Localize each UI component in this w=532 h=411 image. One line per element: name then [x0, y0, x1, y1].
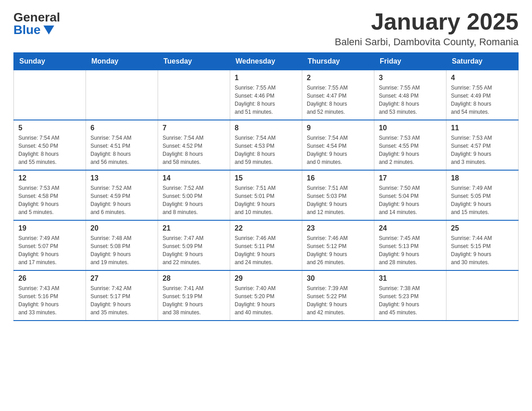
calendar-cell: 15Sunrise: 7:51 AM Sunset: 5:01 PM Dayli…: [230, 170, 302, 220]
day-info: Sunrise: 7:38 AM Sunset: 5:23 PM Dayligh…: [379, 284, 442, 317]
day-info: Sunrise: 7:52 AM Sunset: 4:59 PM Dayligh…: [90, 184, 153, 216]
day-number: 25: [451, 224, 514, 232]
day-info: Sunrise: 7:55 AM Sunset: 4:49 PM Dayligh…: [451, 84, 514, 116]
calendar-cell: [158, 70, 230, 120]
calendar-cell: 2Sunrise: 7:55 AM Sunset: 4:47 PM Daylig…: [302, 70, 374, 120]
day-number: 23: [307, 224, 369, 232]
calendar-cell: 17Sunrise: 7:50 AM Sunset: 5:04 PM Dayli…: [374, 170, 446, 220]
column-header-saturday: Saturday: [446, 53, 519, 70]
day-number: 8: [235, 124, 297, 132]
day-info: Sunrise: 7:53 AM Sunset: 4:57 PM Dayligh…: [451, 134, 514, 166]
calendar-week-row: 12Sunrise: 7:53 AM Sunset: 4:58 PM Dayli…: [14, 170, 519, 220]
calendar-cell: 6Sunrise: 7:54 AM Sunset: 4:51 PM Daylig…: [86, 120, 158, 170]
calendar-table: SundayMondayTuesdayWednesdayThursdayFrid…: [13, 52, 519, 321]
day-info: Sunrise: 7:54 AM Sunset: 4:51 PM Dayligh…: [90, 134, 153, 166]
day-info: Sunrise: 7:53 AM Sunset: 4:55 PM Dayligh…: [379, 134, 442, 166]
calendar-cell: 29Sunrise: 7:40 AM Sunset: 5:20 PM Dayli…: [230, 270, 302, 321]
day-number: 26: [18, 274, 81, 283]
calendar-cell: 11Sunrise: 7:53 AM Sunset: 4:57 PM Dayli…: [446, 120, 519, 170]
calendar-cell: 7Sunrise: 7:54 AM Sunset: 4:52 PM Daylig…: [158, 120, 230, 170]
column-header-thursday: Thursday: [302, 53, 374, 70]
calendar-cell: 13Sunrise: 7:52 AM Sunset: 4:59 PM Dayli…: [86, 170, 158, 220]
day-info: Sunrise: 7:52 AM Sunset: 5:00 PM Dayligh…: [163, 184, 225, 216]
day-number: 22: [235, 224, 297, 232]
day-info: Sunrise: 7:54 AM Sunset: 4:54 PM Dayligh…: [307, 134, 369, 166]
calendar-week-row: 26Sunrise: 7:43 AM Sunset: 5:16 PM Dayli…: [14, 270, 519, 321]
column-header-sunday: Sunday: [14, 53, 86, 70]
calendar-cell: 16Sunrise: 7:51 AM Sunset: 5:03 PM Dayli…: [302, 170, 374, 220]
calendar-cell: 20Sunrise: 7:48 AM Sunset: 5:08 PM Dayli…: [86, 220, 158, 270]
day-number: 24: [379, 224, 442, 232]
day-number: 27: [90, 274, 153, 283]
calendar-cell: 22Sunrise: 7:46 AM Sunset: 5:11 PM Dayli…: [230, 220, 302, 270]
day-info: Sunrise: 7:40 AM Sunset: 5:20 PM Dayligh…: [235, 284, 297, 317]
calendar-cell: 30Sunrise: 7:39 AM Sunset: 5:22 PM Dayli…: [302, 270, 374, 321]
column-header-wednesday: Wednesday: [230, 53, 302, 70]
day-number: 11: [451, 124, 514, 132]
calendar-cell: 21Sunrise: 7:47 AM Sunset: 5:09 PM Dayli…: [158, 220, 230, 270]
calendar-cell: 8Sunrise: 7:54 AM Sunset: 4:53 PM Daylig…: [230, 120, 302, 170]
day-info: Sunrise: 7:39 AM Sunset: 5:22 PM Dayligh…: [307, 284, 369, 317]
day-info: Sunrise: 7:53 AM Sunset: 4:58 PM Dayligh…: [18, 184, 81, 216]
day-number: 10: [379, 124, 442, 132]
calendar-cell: 10Sunrise: 7:53 AM Sunset: 4:55 PM Dayli…: [374, 120, 446, 170]
day-info: Sunrise: 7:45 AM Sunset: 5:13 PM Dayligh…: [379, 234, 442, 266]
day-info: Sunrise: 7:55 AM Sunset: 4:48 PM Dayligh…: [379, 84, 442, 116]
day-number: 29: [235, 274, 297, 283]
day-info: Sunrise: 7:51 AM Sunset: 5:03 PM Dayligh…: [307, 184, 369, 216]
month-title: January 2025: [335, 9, 519, 34]
calendar-cell: [14, 70, 86, 120]
day-info: Sunrise: 7:49 AM Sunset: 5:05 PM Dayligh…: [451, 184, 514, 216]
column-header-friday: Friday: [374, 53, 446, 70]
day-number: 28: [163, 274, 225, 283]
logo-triangle-icon: [43, 26, 54, 34]
day-number: 21: [163, 224, 225, 232]
day-info: Sunrise: 7:41 AM Sunset: 5:19 PM Dayligh…: [163, 284, 225, 317]
day-number: 30: [307, 274, 369, 283]
day-number: 15: [235, 174, 297, 182]
day-info: Sunrise: 7:49 AM Sunset: 5:07 PM Dayligh…: [18, 234, 81, 266]
day-info: Sunrise: 7:50 AM Sunset: 5:04 PM Dayligh…: [379, 184, 442, 216]
day-number: 18: [451, 174, 514, 182]
day-info: Sunrise: 7:54 AM Sunset: 4:50 PM Dayligh…: [18, 134, 81, 166]
day-info: Sunrise: 7:42 AM Sunset: 5:17 PM Dayligh…: [90, 284, 153, 317]
day-number: 3: [379, 74, 442, 82]
calendar-cell: 31Sunrise: 7:38 AM Sunset: 5:23 PM Dayli…: [374, 270, 446, 321]
day-info: Sunrise: 7:55 AM Sunset: 4:47 PM Dayligh…: [307, 84, 369, 116]
day-number: 6: [90, 124, 153, 132]
page-header: General Blue January 2025 Baleni Sarbi, …: [13, 9, 519, 48]
column-header-monday: Monday: [86, 53, 158, 70]
calendar-cell: 4Sunrise: 7:55 AM Sunset: 4:49 PM Daylig…: [446, 70, 519, 120]
day-info: Sunrise: 7:46 AM Sunset: 5:12 PM Dayligh…: [307, 234, 369, 266]
calendar-header-row: SundayMondayTuesdayWednesdayThursdayFrid…: [14, 53, 519, 70]
calendar-cell: 25Sunrise: 7:44 AM Sunset: 5:15 PM Dayli…: [446, 220, 519, 270]
calendar-week-row: 19Sunrise: 7:49 AM Sunset: 5:07 PM Dayli…: [14, 220, 519, 270]
day-info: Sunrise: 7:51 AM Sunset: 5:01 PM Dayligh…: [235, 184, 297, 216]
calendar-cell: 3Sunrise: 7:55 AM Sunset: 4:48 PM Daylig…: [374, 70, 446, 120]
calendar-cell: 28Sunrise: 7:41 AM Sunset: 5:19 PM Dayli…: [158, 270, 230, 321]
day-info: Sunrise: 7:55 AM Sunset: 4:46 PM Dayligh…: [235, 84, 297, 116]
day-number: 17: [379, 174, 442, 182]
day-info: Sunrise: 7:47 AM Sunset: 5:09 PM Dayligh…: [163, 234, 225, 266]
day-number: 13: [90, 174, 153, 182]
calendar-cell: 23Sunrise: 7:46 AM Sunset: 5:12 PM Dayli…: [302, 220, 374, 270]
day-info: Sunrise: 7:46 AM Sunset: 5:11 PM Dayligh…: [235, 234, 297, 266]
location-title: Baleni Sarbi, Dambovita County, Romania: [335, 36, 519, 48]
calendar-week-row: 5Sunrise: 7:54 AM Sunset: 4:50 PM Daylig…: [14, 120, 519, 170]
column-header-tuesday: Tuesday: [158, 53, 230, 70]
title-section: January 2025 Baleni Sarbi, Dambovita Cou…: [335, 9, 519, 48]
day-number: 14: [163, 174, 225, 182]
day-info: Sunrise: 7:44 AM Sunset: 5:15 PM Dayligh…: [451, 234, 514, 266]
calendar-cell: 9Sunrise: 7:54 AM Sunset: 4:54 PM Daylig…: [302, 120, 374, 170]
calendar-cell: 12Sunrise: 7:53 AM Sunset: 4:58 PM Dayli…: [14, 170, 86, 220]
day-number: 20: [90, 224, 153, 232]
calendar-cell: [446, 270, 519, 321]
calendar-cell: 14Sunrise: 7:52 AM Sunset: 5:00 PM Dayli…: [158, 170, 230, 220]
day-number: 5: [18, 124, 81, 132]
day-info: Sunrise: 7:54 AM Sunset: 4:53 PM Dayligh…: [235, 134, 297, 166]
day-number: 12: [18, 174, 81, 182]
day-number: 2: [307, 74, 369, 82]
day-number: 16: [307, 174, 369, 182]
calendar-cell: [86, 70, 158, 120]
day-number: 31: [379, 274, 442, 283]
